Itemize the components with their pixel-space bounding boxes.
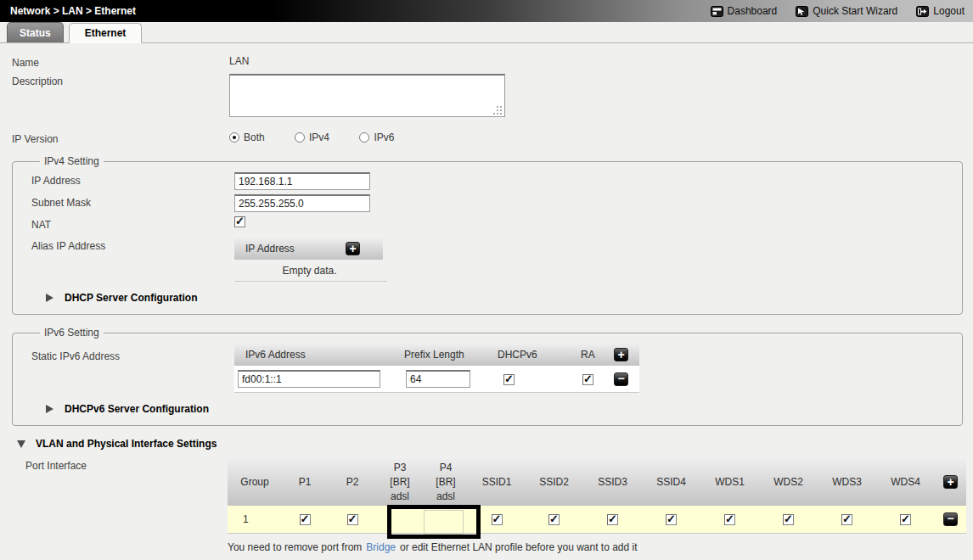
subnet-mask-input[interactable] <box>234 194 370 212</box>
radio-ipv4[interactable] <box>295 132 305 143</box>
ipv6-setting-section: IPv6 Setting Static IPv6 Address IPv6 Ad… <box>12 327 963 426</box>
top-bar: Network > LAN > Ethernet Dashboard Quick… <box>0 0 973 22</box>
port-cell-ssid3 <box>583 506 642 533</box>
port-cell-p2 <box>328 506 377 533</box>
port-column-header-p2: P2 <box>328 458 377 506</box>
port-row-group: 1 <box>228 506 282 533</box>
port-table-header: GroupP1P2P3[BR]adslP4[BR]adslSSID1SSID2S… <box>228 458 966 506</box>
port-column-header-wds4: WDS4 <box>876 458 935 506</box>
port-column-header-p1: P1 <box>282 458 328 506</box>
port-cell-wds4 <box>876 506 935 533</box>
port-column-header-ssid1: SSID1 <box>469 458 525 506</box>
tab-status[interactable]: Status <box>7 22 64 42</box>
note-text-before: You need to remove port from <box>228 541 362 553</box>
port-cell-wds2 <box>759 506 818 533</box>
ipv6-header-ra: RA <box>576 349 613 361</box>
ip-version-options: Both IPv4 IPv6 <box>229 132 421 145</box>
dhcpv6-checkbox[interactable] <box>503 374 515 385</box>
ipv6-setting-legend: IPv6 Setting <box>40 327 104 339</box>
port-column-header-ssid4: SSID4 <box>642 458 700 506</box>
port-checkbox-wds4[interactable] <box>900 514 911 525</box>
cursor-arrow-icon <box>796 6 808 17</box>
port-checkbox-wds2[interactable] <box>783 514 794 525</box>
logout-button[interactable]: Logout <box>916 5 965 17</box>
name-value: LAN <box>229 55 249 67</box>
topbar-actions: Dashboard Quick Start Wizard Logout <box>711 5 965 17</box>
port-checkbox-wds1[interactable] <box>724 514 735 525</box>
note-text-after: or edit Ethernet LAN profile before you … <box>400 541 638 553</box>
ipv6-header-dhcpv6: DHCPv6 <box>491 349 576 361</box>
ipv6-remove-button[interactable] <box>614 372 628 386</box>
ip-address-label: IP Address <box>31 172 234 187</box>
port-remove-button[interactable] <box>943 512 958 526</box>
port-note: You need to remove port fromBridgeor edi… <box>228 541 966 553</box>
quick-start-wizard-label: Quick Start Wizard <box>813 5 897 17</box>
ipv6-address-input[interactable] <box>238 370 380 388</box>
port-column-header-group: Group <box>228 458 282 506</box>
static-ipv6-table: IPv6 Address Prefix Length DHCPv6 RA <box>234 344 639 393</box>
vlan-section-label: VLAN and Physical Interface Settings <box>36 438 217 450</box>
port-checkbox-ssid3[interactable] <box>607 514 618 525</box>
ipv4-setting-section: IPv4 Setting IP Address Subnet Mask NAT … <box>12 155 963 315</box>
dhcpv6-server-configuration-toggle[interactable]: DHCPv6 Server Configuration <box>46 403 962 415</box>
port-cell-ssid1 <box>469 506 525 533</box>
alias-table-header: IP Address <box>234 238 383 260</box>
dhcp-server-configuration-toggle[interactable]: DHCP Server Configuration <box>46 292 962 304</box>
port-checkbox-ssid4[interactable] <box>666 514 677 525</box>
name-label: Name <box>12 55 229 69</box>
nat-label: NAT <box>31 216 234 231</box>
resize-grip-icon[interactable] <box>497 109 498 111</box>
prefix-length-input[interactable] <box>406 370 470 388</box>
port-column-header-wds3: WDS3 <box>818 458 876 506</box>
dashboard-button[interactable]: Dashboard <box>711 5 778 17</box>
tab-ethernet[interactable]: Ethernet <box>69 23 143 43</box>
port-cell-p3 <box>377 506 423 533</box>
port-checkbox-p2[interactable] <box>347 514 358 525</box>
static-ipv6-address-label: Static IPv6 Address <box>31 344 234 362</box>
quick-start-wizard-button[interactable]: Quick Start Wizard <box>796 5 897 17</box>
ip-version-label: IP Version <box>12 132 229 145</box>
ip-version-option-both[interactable]: Both <box>229 132 265 143</box>
exit-arrow-icon <box>916 6 929 17</box>
ipv6-add-button[interactable] <box>614 348 628 361</box>
vlan-section-toggle[interactable]: VLAN and Physical Interface Settings <box>17 438 968 450</box>
subnet-mask-label: Subnet Mask <box>31 194 234 209</box>
expanded-arrow-icon <box>17 440 25 448</box>
port-column-header-ssid3: SSID3 <box>583 458 642 506</box>
port-cell-ssid2 <box>525 506 583 533</box>
alias-header-ip-address: IP Address <box>245 243 295 255</box>
alias-add-button[interactable] <box>346 242 360 255</box>
port-checkbox-ssid2[interactable] <box>548 514 560 525</box>
ipv6-table-header: IPv6 Address Prefix Length DHCPv6 RA <box>234 344 639 366</box>
dhcpv6-server-configuration-label: DHCPv6 Server Configuration <box>65 403 209 415</box>
ipv6-table-row <box>234 366 639 392</box>
tab-bar: Status Ethernet <box>0 22 973 43</box>
radio-ipv6[interactable] <box>359 132 369 143</box>
port-column-header-p4: P4[BR]adsl <box>423 458 469 506</box>
port-interface-label: Port Interface <box>12 458 228 472</box>
port-checkbox-p1[interactable] <box>300 514 311 525</box>
ipv6-header-prefix-length: Prefix Length <box>402 349 491 361</box>
port-add-button[interactable] <box>943 475 958 489</box>
description-label: Description <box>12 74 229 87</box>
collapsed-arrow-icon <box>46 405 53 413</box>
port-checkbox-ssid1[interactable] <box>492 514 503 525</box>
bridge-link[interactable]: Bridge <box>366 541 396 553</box>
radio-ipv6-label: IPv6 <box>374 132 394 143</box>
port-checkbox-wds3[interactable] <box>841 514 852 525</box>
page-content: Name LAN Description IP Version Both IPv… <box>0 43 973 560</box>
ip-version-option-ipv4[interactable]: IPv4 <box>295 132 329 143</box>
dhcp-server-configuration-label: DHCP Server Configuration <box>65 292 197 304</box>
nat-checkbox[interactable] <box>234 216 245 227</box>
alias-table-divider <box>234 281 387 282</box>
port-cell-wds1 <box>700 506 759 533</box>
port-cell-p1 <box>282 506 328 533</box>
port-cell-p4 <box>423 506 469 533</box>
ip-address-input[interactable] <box>234 172 370 190</box>
radio-both[interactable] <box>229 132 239 143</box>
port-column-header-wds1: WDS1 <box>700 458 759 506</box>
ip-version-option-ipv6[interactable]: IPv6 <box>359 132 394 143</box>
ra-checkbox[interactable] <box>582 374 593 385</box>
description-input[interactable] <box>229 74 505 117</box>
radio-both-label: Both <box>244 132 265 143</box>
